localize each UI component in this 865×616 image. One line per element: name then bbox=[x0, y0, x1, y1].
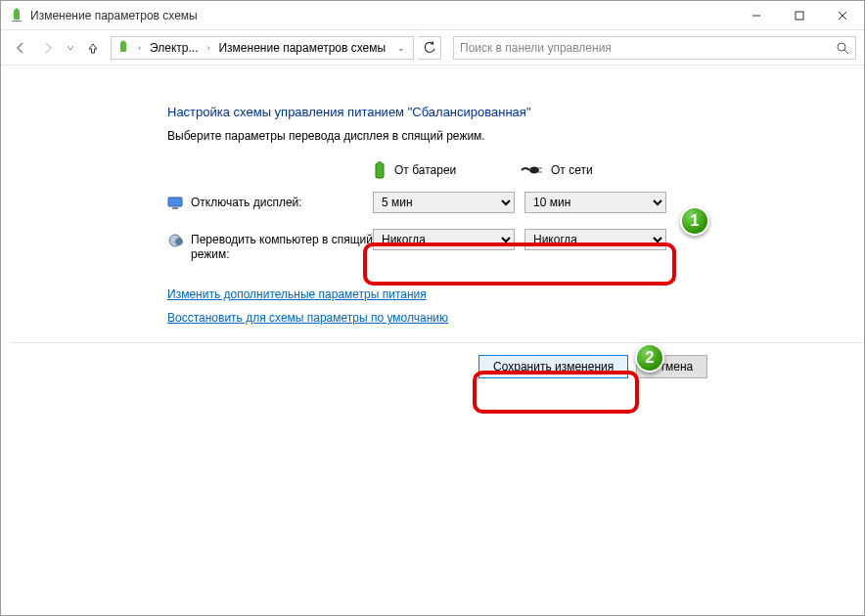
page-subtitle: Выберите параметры перевода дисплея в сп… bbox=[167, 129, 715, 143]
up-button[interactable] bbox=[81, 36, 105, 60]
sleep-ac-select[interactable]: Никогда bbox=[524, 229, 666, 250]
svg-rect-15 bbox=[168, 198, 182, 206]
display-off-ac-select[interactable]: 10 мин bbox=[524, 192, 666, 213]
annotation-callout-1: 1 bbox=[680, 206, 709, 236]
chevron-right-icon: › bbox=[204, 43, 212, 53]
display-off-row: Отключать дисплей: 5 мин 10 мин bbox=[167, 192, 715, 221]
chevron-down-icon[interactable]: ⌄ bbox=[393, 43, 409, 53]
sleep-battery-select[interactable]: Никогда bbox=[373, 229, 515, 250]
breadcrumb-item[interactable]: Изменение параметров схемы bbox=[216, 41, 387, 55]
columns-header: От батареи От сети bbox=[373, 160, 715, 180]
svg-rect-16 bbox=[172, 207, 178, 209]
navbar: › Электр... › Изменение параметров схемы… bbox=[1, 30, 864, 66]
advanced-settings-link[interactable]: Изменить дополнительные параметры питани… bbox=[167, 287, 715, 301]
svg-rect-10 bbox=[376, 163, 384, 178]
svg-rect-6 bbox=[120, 42, 126, 52]
back-button[interactable] bbox=[9, 36, 32, 60]
sleep-label: Переводить компьютер в спящий режим: bbox=[191, 229, 373, 262]
recent-dropdown[interactable] bbox=[64, 36, 77, 60]
save-button[interactable]: Сохранить изменения bbox=[478, 355, 628, 378]
close-button[interactable] bbox=[821, 1, 864, 30]
battery-icon bbox=[373, 160, 387, 180]
minimize-button[interactable] bbox=[735, 1, 778, 30]
battery-column-header: От батареи bbox=[373, 160, 520, 180]
search-input[interactable] bbox=[460, 41, 836, 55]
page-title: Настройка схемы управления питанием "Сба… bbox=[167, 105, 715, 119]
sleep-row: Переводить компьютер в спящий режим: Ник… bbox=[167, 229, 715, 262]
separator bbox=[11, 342, 862, 343]
svg-rect-3 bbox=[796, 12, 803, 20]
display-off-label: Отключать дисплей: bbox=[191, 192, 373, 210]
battery-column-label: От батареи bbox=[394, 163, 456, 177]
ac-column-label: От сети bbox=[551, 163, 593, 177]
refresh-button[interactable] bbox=[418, 36, 441, 60]
breadcrumb-item[interactable]: Электр... bbox=[148, 41, 200, 55]
svg-rect-0 bbox=[14, 10, 20, 20]
restore-defaults-link[interactable]: Восстановить для схемы параметры по умол… bbox=[167, 311, 715, 325]
plug-icon bbox=[520, 164, 543, 176]
svg-rect-1 bbox=[16, 8, 19, 10]
forward-button[interactable] bbox=[36, 36, 60, 60]
chevron-right-icon: › bbox=[135, 43, 144, 53]
sleep-icon bbox=[167, 233, 183, 248]
ac-column-header: От сети bbox=[520, 160, 666, 180]
annotation-callout-2: 2 bbox=[635, 343, 664, 373]
titlebar: Изменение параметров схемы bbox=[1, 1, 864, 30]
power-options-icon bbox=[9, 8, 24, 23]
svg-rect-7 bbox=[122, 40, 125, 42]
svg-point-8 bbox=[838, 43, 845, 51]
search-box[interactable] bbox=[453, 36, 856, 60]
display-icon bbox=[167, 196, 183, 211]
svg-rect-11 bbox=[378, 161, 382, 164]
power-options-icon bbox=[115, 40, 131, 56]
svg-point-12 bbox=[529, 167, 539, 174]
svg-line-9 bbox=[844, 50, 848, 54]
maximize-button[interactable] bbox=[778, 1, 821, 30]
search-icon[interactable] bbox=[836, 41, 849, 55]
window-title: Изменение параметров схемы bbox=[30, 9, 198, 22]
display-off-battery-select[interactable]: 5 мин bbox=[373, 192, 515, 213]
breadcrumb[interactable]: › Электр... › Изменение параметров схемы… bbox=[111, 36, 414, 60]
